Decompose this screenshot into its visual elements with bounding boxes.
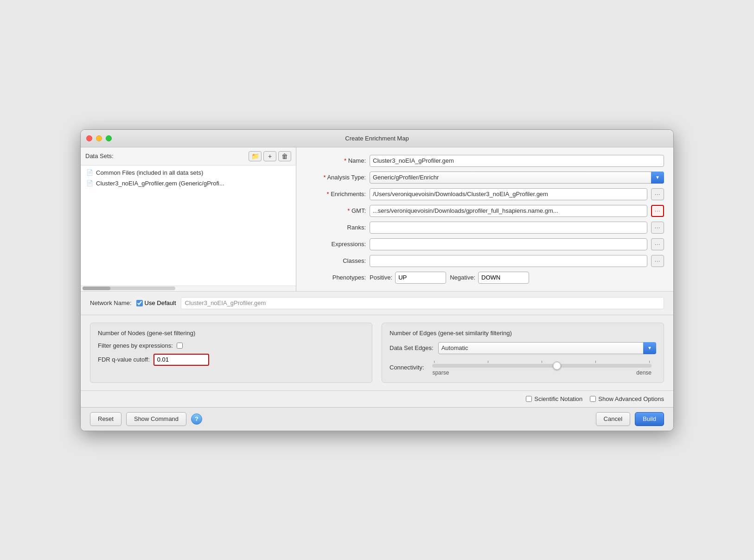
help-button[interactable]: ? <box>191 414 202 425</box>
file-name: Cluster3_noEIA_gProfiler.gem (Generic/gP… <box>96 180 224 187</box>
titlebar-buttons <box>86 135 112 141</box>
enrichments-label: Enrichments: <box>306 191 366 197</box>
delete-dataset-button[interactable]: 🗑 <box>278 151 291 161</box>
connectivity-row: Connectivity: sparse <box>390 361 656 376</box>
delete-icon: 🗑 <box>281 153 288 160</box>
enrichments-browse-button[interactable]: ··· <box>651 188 664 200</box>
dataset-edges-select[interactable]: Automatic Manual <box>438 342 656 354</box>
gmt-row: GMT: ··· <box>306 205 664 217</box>
use-default-label[interactable]: Use Default <box>145 299 176 306</box>
reset-button[interactable]: Reset <box>90 412 121 426</box>
tick <box>488 361 488 363</box>
ellipsis-icon: ··· <box>655 208 660 214</box>
tick <box>434 361 435 363</box>
ellipsis-icon: ··· <box>655 191 660 197</box>
file-icon: 📄 <box>86 169 93 176</box>
main-window: Create Enrichment Map Data Sets: 📁 + 🗑 📄 <box>80 129 674 431</box>
phenotypes-label: Phenotypes: <box>306 274 366 281</box>
use-default-checkbox[interactable] <box>136 300 143 306</box>
scrollbar-thumb[interactable] <box>83 286 110 290</box>
options-row: Scientific Notation Show Advanced Option… <box>81 390 673 407</box>
slider-ticks <box>428 361 656 363</box>
enrichments-input[interactable] <box>370 188 647 200</box>
gmt-label: GMT: <box>306 207 366 214</box>
dataset-edges-label: Data Set Edges: <box>390 344 434 351</box>
titlebar: Create Enrichment Map <box>81 130 673 147</box>
fdr-input[interactable] <box>153 354 209 366</box>
tick <box>542 361 542 363</box>
filter-genes-row: Filter genes by expressions: <box>98 342 364 349</box>
ranks-input[interactable] <box>370 222 647 234</box>
left-panel-header: Data Sets: 📁 + 🗑 <box>81 147 296 165</box>
show-advanced-checkbox[interactable] <box>590 396 596 402</box>
fdr-row: FDR q-value cutoff: <box>98 354 364 366</box>
expressions-label: Expressions: <box>306 241 366 248</box>
gmt-browse-button[interactable]: ··· <box>651 205 664 217</box>
ranks-label: Ranks: <box>306 224 366 231</box>
filter-genes-label: Filter genes by expressions: <box>98 342 173 349</box>
use-default-wrapper: Use Default <box>136 299 176 306</box>
scientific-notation-wrapper: Scientific Notation <box>526 395 582 402</box>
negative-input[interactable] <box>478 272 529 284</box>
dataset-edges-select-wrapper: Automatic Manual ▼ <box>438 342 656 354</box>
classes-browse-button[interactable]: ··· <box>651 255 664 267</box>
scientific-notation-checkbox[interactable] <box>526 396 532 402</box>
filter-genes-checkbox[interactable] <box>177 343 183 349</box>
fdr-label: FDR q-value cutoff: <box>98 356 150 363</box>
gmt-input[interactable] <box>370 205 647 217</box>
add-icon: + <box>268 153 272 160</box>
slider-dense-label: dense <box>636 369 652 376</box>
close-button[interactable] <box>86 135 92 141</box>
add-dataset-button[interactable]: + <box>263 151 276 161</box>
list-item[interactable]: 📄 Cluster3_noEIA_gProfiler.gem (Generic/… <box>81 178 296 189</box>
file-icon: 📄 <box>86 180 93 186</box>
show-advanced-label[interactable]: Show Advanced Options <box>598 395 664 402</box>
phenotype-positive-group: Positive: <box>370 272 446 284</box>
file-name: Common Files (included in all data sets) <box>96 169 203 176</box>
scrollbar[interactable] <box>81 286 296 291</box>
dataset-edges-row: Data Set Edges: Automatic Manual ▼ <box>390 342 656 354</box>
cancel-button[interactable]: Cancel <box>596 412 630 426</box>
list-item[interactable]: 📄 Common Files (included in all data set… <box>81 167 296 178</box>
expressions-browse-button[interactable]: ··· <box>651 238 664 250</box>
scientific-notation-label[interactable]: Scientific Notation <box>534 395 582 402</box>
slider-sparse-label: sparse <box>432 369 449 376</box>
name-input[interactable] <box>370 155 664 167</box>
ellipsis-icon: ··· <box>655 225 660 230</box>
ranks-browse-button[interactable]: ··· <box>651 222 664 234</box>
minimize-button[interactable] <box>96 135 102 141</box>
expressions-input[interactable] <box>370 238 647 250</box>
build-button[interactable]: Build <box>635 412 664 426</box>
show-command-button[interactable]: Show Command <box>126 412 186 426</box>
tick <box>649 361 650 363</box>
slider-labels: sparse dense <box>428 369 656 376</box>
phenotype-negative-group: Negative: <box>450 272 529 284</box>
network-name-row: Network Name: Use Default <box>81 291 673 315</box>
right-panel: Name: Analysis Type: Generic/gProfiler/E… <box>296 147 673 291</box>
ranks-row: Ranks: ··· <box>306 222 664 234</box>
left-panel: Data Sets: 📁 + 🗑 📄 Common Files (include… <box>81 147 296 291</box>
folder-button[interactable]: 📁 <box>249 151 262 161</box>
classes-input[interactable] <box>370 255 647 267</box>
positive-label: Positive: <box>370 274 392 281</box>
analysis-type-select[interactable]: Generic/gProfiler/Enrichr <box>370 172 664 184</box>
folder-icon: 📁 <box>251 153 259 160</box>
show-advanced-wrapper: Show Advanced Options <box>590 395 664 402</box>
classes-label: Classes: <box>306 257 366 264</box>
edges-section: Number of Edges (gene-set similarity fil… <box>382 323 664 383</box>
enrichments-row: Enrichments: ··· <box>306 188 664 200</box>
nodes-section-title: Number of Nodes (gene-set filtering) <box>98 330 364 337</box>
phenotypes-row: Phenotypes: Positive: Negative: <box>306 272 664 284</box>
connectivity-slider-thumb[interactable] <box>553 362 561 370</box>
datasets-label: Data Sets: <box>85 153 247 159</box>
classes-row: Classes: ··· <box>306 255 664 267</box>
ellipsis-icon: ··· <box>655 242 660 247</box>
maximize-button[interactable] <box>106 135 112 141</box>
nodes-section: Number of Nodes (gene-set filtering) Fil… <box>90 323 372 383</box>
file-list: 📄 Common Files (included in all data set… <box>81 165 296 286</box>
positive-input[interactable] <box>395 272 446 284</box>
analysis-type-label: Analysis Type: <box>306 174 366 181</box>
main-content: Data Sets: 📁 + 🗑 📄 Common Files (include… <box>81 147 673 291</box>
footer: Reset Show Command ? Cancel Build <box>81 407 673 431</box>
network-name-input[interactable] <box>181 297 665 309</box>
